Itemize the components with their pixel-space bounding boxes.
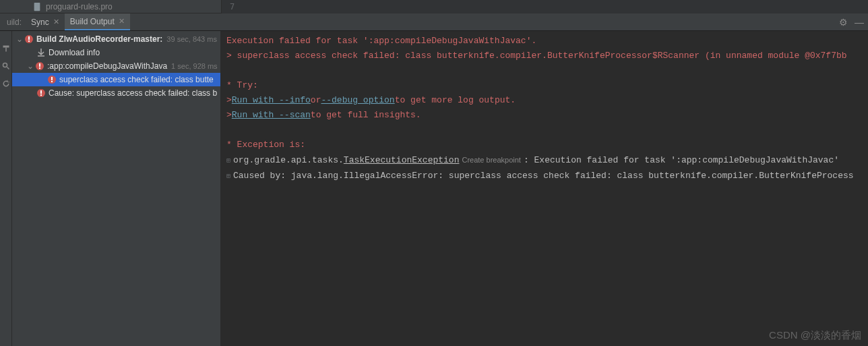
link-debug-option[interactable]: --debug option	[321, 93, 394, 108]
tab-sync[interactable]: Sync ✕	[26, 13, 65, 30]
close-icon[interactable]: ✕	[53, 18, 59, 26]
editor-gutter: 7	[221, 0, 868, 13]
close-icon[interactable]: ✕	[119, 17, 125, 26]
tab-build-output[interactable]: Build Output ✕	[65, 13, 130, 30]
file-icon	[32, 2, 42, 11]
console-l1: Execution failed for task ':app:compileD…	[226, 34, 536, 49]
svg-rect-0	[34, 2, 40, 10]
left-tool-rail	[0, 31, 12, 346]
svg-rect-9	[39, 63, 40, 67]
minimize-icon[interactable]: —	[855, 17, 864, 28]
console-l7a: org.gradle.api.tasks.	[233, 153, 344, 168]
svg-rect-6	[28, 36, 30, 40]
tree-download[interactable]: Download info	[12, 46, 220, 59]
console-output[interactable]: Execution failed for task ':app:compileD…	[221, 31, 868, 346]
svg-rect-15	[40, 90, 42, 94]
gear-icon[interactable]: ⚙	[839, 17, 848, 28]
tree-root-label: Build ZlwAudioRecorder-master:	[36, 34, 162, 44]
tree-superclass-error[interactable]: superclass access check failed: class bu…	[12, 73, 220, 86]
build-tabs-bar: uild: Sync ✕ Build Output ✕ ⚙ —	[0, 13, 868, 31]
chevron-down-icon[interactable]: ⌄	[26, 61, 35, 71]
svg-rect-12	[51, 77, 53, 80]
link-run-info[interactable]: Run with --info	[232, 93, 311, 108]
console-l8: Caused by: java.lang.IllegalAccessError:…	[233, 169, 854, 183]
tab-sync-label: Sync	[31, 18, 49, 27]
console-l2: > superclass access check failed: class …	[226, 49, 847, 63]
svg-rect-13	[51, 81, 53, 82]
download-icon	[36, 48, 46, 57]
tree-cause-error[interactable]: Cause: superclass access check failed: c…	[12, 86, 220, 100]
tree-task-label: :app:compileDebugJavaWithJava	[47, 61, 167, 71]
tree-root-time: 39 sec, 843 ms	[166, 35, 217, 43]
error-icon	[24, 34, 34, 44]
line-number: 7	[222, 2, 243, 11]
tree-root[interactable]: ⌄ Build ZlwAudioRecorder-master: 39 sec,…	[12, 32, 220, 46]
error-icon	[47, 75, 57, 84]
main-area: ⌄ Build ZlwAudioRecorder-master: 39 sec,…	[0, 31, 868, 346]
console-l6: * Exception is:	[226, 138, 305, 152]
tab-build-output-label: Build Output	[70, 17, 115, 26]
tabs-right-controls: ⚙ —	[839, 13, 864, 30]
console-l3: * Try:	[226, 78, 258, 93]
fold-icon[interactable]: ⊞	[226, 169, 233, 184]
svg-rect-16	[40, 94, 42, 96]
svg-rect-1	[3, 46, 9, 48]
search-icon[interactable]	[2, 62, 10, 70]
create-breakpoint-badge[interactable]: Create breakpoint	[459, 152, 523, 167]
console-l4a: >	[226, 93, 232, 108]
tree-cause-label: Cause: superclass access check failed: c…	[49, 88, 217, 98]
hammer-icon[interactable]	[2, 45, 10, 53]
tree-download-label: Download info	[49, 48, 100, 57]
fold-icon[interactable]: ⊞	[226, 154, 233, 169]
console-l5b: to get full insights.	[311, 108, 421, 123]
svg-line-4	[7, 67, 9, 69]
link-task-exception[interactable]: TaskExecutionException	[344, 153, 460, 168]
build-tree: ⌄ Build ZlwAudioRecorder-master: 39 sec,…	[12, 31, 221, 346]
file-name: proguard-rules.pro	[46, 2, 113, 11]
svg-rect-10	[39, 67, 40, 69]
error-icon	[35, 61, 44, 71]
svg-point-3	[3, 63, 7, 67]
tree-superclass-label: superclass access check failed: class bu…	[59, 75, 214, 84]
tree-task-time: 1 sec, 928 ms	[171, 62, 217, 70]
link-run-scan[interactable]: Run with --scan	[232, 108, 311, 123]
editor-file-strip: proguard-rules.pro 7	[0, 0, 868, 13]
chevron-down-icon[interactable]: ⌄	[15, 34, 24, 44]
svg-rect-7	[28, 40, 30, 42]
svg-rect-2	[5, 48, 7, 52]
reload-icon[interactable]	[2, 80, 10, 88]
console-l7b: : Execution failed for task ':app:compil…	[524, 153, 839, 168]
tree-task[interactable]: ⌄ :app:compileDebugJavaWithJava 1 sec, 9…	[12, 59, 220, 73]
console-l5a: >	[226, 108, 232, 123]
console-l4b: or	[311, 93, 321, 108]
build-label: uild:	[3, 13, 26, 30]
console-l4c: to get more log output.	[395, 93, 516, 108]
error-icon	[36, 88, 46, 98]
